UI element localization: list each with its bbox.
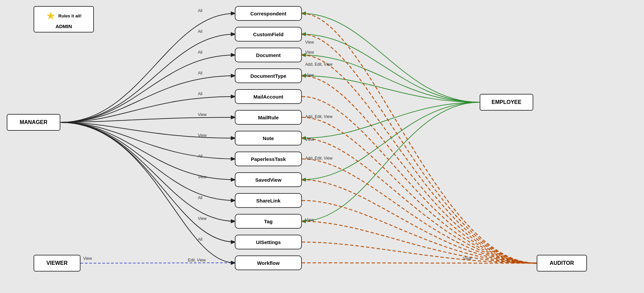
resource-correspondent: Correspondent [235,6,302,21]
svg-text:View: View [305,137,314,142]
svg-text:View: View [305,40,314,45]
resource-mailrule: MailRule [235,110,302,125]
svg-text:All: All [198,71,202,75]
rules-it-all-text: Rules it all! [58,13,82,18]
resource-sharelink: ShareLink [235,193,302,208]
admin-label: ADMIN [55,23,72,29]
svg-text:Add, Edit, View: Add, Edit, View [305,156,332,161]
admin-box: ★ Rules it all! ADMIN [34,6,94,33]
resource-note: Note [235,131,302,145]
resource-customfield: CustomField [235,27,302,42]
svg-text:Add, Edit, View: Add, Edit, View [305,62,332,67]
resource-documenttype: DocumentType [235,68,302,83]
resource-tag: Tag [235,214,302,229]
svg-text:View: View [305,73,314,77]
svg-text:All: All [198,195,202,200]
svg-text:Edit, View: Edit, View [188,258,206,262]
svg-text:View: View [198,133,207,138]
svg-text:All: All [198,237,202,242]
resource-uisettings: UISettings [235,235,302,249]
svg-text:View: View [198,175,207,179]
resource-document: Document [235,48,302,62]
svg-text:View: View [198,112,207,117]
auditor-box: AUDITOR [537,255,587,272]
svg-text:View: View [463,256,472,261]
viewer-box: VIEWER [34,255,80,272]
svg-text:View: View [198,216,207,221]
employee-box: EMPLOYEE [480,94,533,111]
svg-text:View: View [305,218,314,222]
resource-mailaccount: MailAccount [235,89,302,104]
svg-text:View: View [305,50,314,55]
resource-workflow: Workflow [235,255,302,270]
svg-text:All: All [198,8,202,13]
svg-text:View: View [83,256,92,261]
resource-paperlesstask: PaperlessTask [235,152,302,166]
star-icon: ★ [46,9,56,22]
svg-text:Add, Edit, View: Add, Edit, View [305,114,332,119]
svg-text:All: All [198,92,202,96]
manager-box: MANAGER [7,114,60,131]
resource-savedview: SavedView [235,172,302,187]
svg-text:All: All [198,29,202,34]
svg-text:All: All [198,154,202,159]
svg-text:All: All [198,50,202,55]
